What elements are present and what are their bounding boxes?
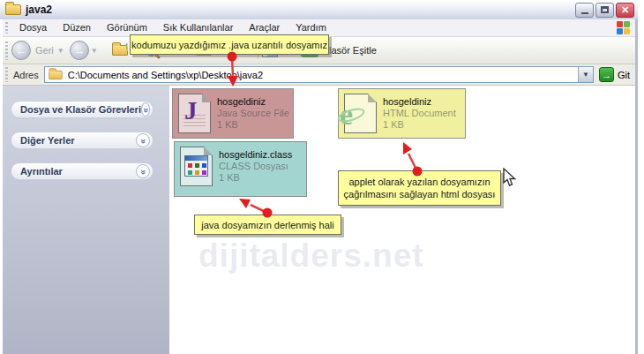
file-size: 1 KB [217,119,289,131]
panel-file-folder-tasks[interactable]: Dosya ve Klasör Görevleri » [11,101,154,118]
file-name: hosgeldiniz [383,96,456,108]
up-arrow-icon: ↑ [124,39,130,52]
toolbar-grip[interactable] [5,41,8,60]
address-folder-icon [49,70,62,79]
folder-sync-label: Klasör Eşitle [323,45,377,56]
back-dropdown-icon[interactable]: ▼ [57,47,64,55]
minimize-button[interactable] [575,3,594,18]
html-file-icon: e [344,94,377,133]
menu-duzen[interactable]: Düzen [55,19,99,36]
callout-html-file: applet olarak yazılan dosyamızın çağrılm… [338,170,501,206]
forward-button[interactable]: → [70,41,89,60]
callout-java-file: kodumuzu yazdığımız .java uzantılı dosya… [130,34,329,55]
file-type: HTML Document [383,108,456,119]
address-bar: Adres C:\Documents and Settings\xp\Deskt… [3,64,635,86]
class-file-icon [180,147,213,186]
menu-grip[interactable] [5,22,8,34]
chevron-down-icon[interactable]: » [136,133,150,147]
file-html[interactable]: e hosgeldiniz HTML Document 1 KB [338,88,466,139]
address-label: Adres [13,70,39,80]
panel-label: Dosya ve Klasör Görevleri [20,104,141,115]
file-size: 1 KB [219,172,292,184]
callout-class-file: java dosyamızın derlenmiş hali [194,215,341,235]
file-name: hosgeldiniz.class [219,149,292,161]
go-button[interactable]: → [599,67,614,82]
up-folder-button[interactable]: ↑ [112,45,128,56]
address-grip[interactable] [5,67,8,81]
address-path: C:\Documents and Settings\xp\Desktop\jav… [68,70,578,80]
chevron-down-icon[interactable]: » [136,164,150,178]
back-label: Geri [35,45,54,56]
file-java-source[interactable]: J hosgeldiniz Java Source File 1 KB [172,88,294,139]
address-input[interactable]: C:\Documents and Settings\xp\Desktop\jav… [44,66,594,83]
forward-dropdown-icon[interactable]: ▼ [91,47,98,55]
task-pane: Dosya ve Klasör Görevleri » Diğer Yerler… [3,86,169,354]
file-name: hosgeldiniz [217,96,289,108]
panel-label: Ayrıntılar [20,166,136,177]
panel-other-places[interactable]: Diğer Yerler » [11,132,154,149]
file-type: Java Source File [217,108,289,119]
back-button[interactable]: ← [11,41,31,60]
title-bar: java2 ✕ [0,0,638,19]
file-class[interactable]: hosgeldiniz.class CLASS Dosyası 1 KB [174,141,307,197]
watermark: dijitalders.net [198,237,424,275]
address-dropdown-button[interactable]: ▼ [578,67,593,82]
window-right-border [635,19,638,354]
panel-details[interactable]: Ayrıntılar » [11,162,154,180]
chevron-down-icon[interactable]: » [141,102,150,117]
windows-logo-icon [617,21,630,34]
window-title: java2 [26,4,52,16]
maximize-button[interactable] [595,3,614,18]
file-size: 1 KB [383,119,456,131]
file-type: CLASS Dosyası [219,161,292,172]
menu-dosya[interactable]: Dosya [11,19,55,36]
close-button[interactable]: ✕ [616,3,634,18]
window-folder-icon [5,4,21,15]
panel-label: Diğer Yerler [20,135,136,146]
go-label: Git [618,70,630,80]
java-file-icon: J [178,94,211,133]
